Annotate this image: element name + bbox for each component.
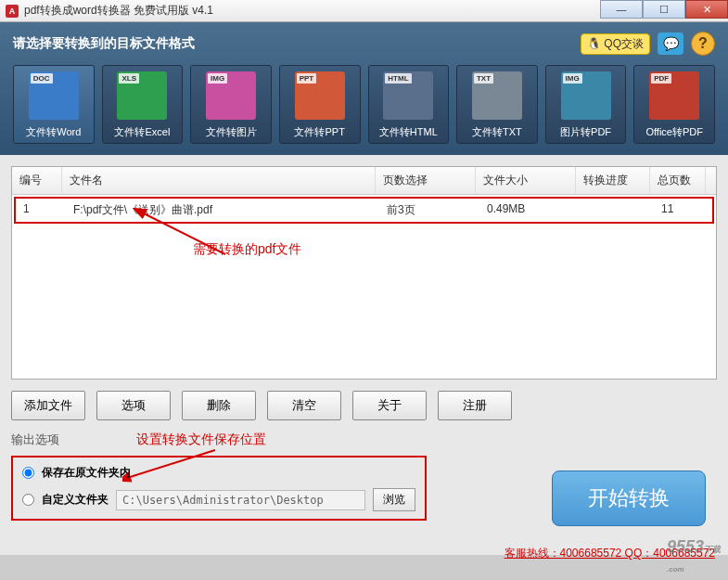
format-tile-6[interactable]: IMG图片转PDF [545,65,627,144]
qq-chat-button[interactable]: 🐧QQ交谈 [581,33,650,55]
th-pages: 页数选择 [376,167,476,194]
th-progress: 转换进度 [576,167,650,194]
format-tile-7[interactable]: PDFOffice转PDF [633,65,715,144]
format-tile-0[interactable]: DOC文件转Word [13,65,95,144]
file-table: 编号 文件名 页数选择 文件大小 转换进度 总页数 1 F:\pdf文件\《送别… [11,166,717,380]
tile-label: 文件转Excel [107,125,179,139]
tile-label: 文件转PPT [284,125,356,139]
close-button[interactable]: ✕ [685,0,728,19]
td-num: 1 [16,199,66,222]
th-name: 文件名 [62,167,376,194]
radio-same-folder[interactable]: 保存在原文件夹内 [22,465,415,481]
qq-icon: 🐧 [587,37,601,50]
maximize-button[interactable]: ☐ [643,0,685,19]
window-controls: — ☐ ✕ [600,0,728,19]
titlebar: A pdf转换成word转换器 免费试用版 v4.1 — ☐ ✕ [0,0,728,22]
td-size: 0.49MB [479,199,580,222]
watermark: 9553下载.com [667,537,721,576]
chat-icon[interactable]: 💬 [658,32,683,55]
table-row[interactable]: 1 F:\pdf文件\《送别》曲谱.pdf 前3页 0.49MB 11 [14,197,714,224]
annotation-output-note: 设置转换文件保存位置 [136,432,266,446]
td-progress [580,199,654,222]
path-input[interactable] [116,490,365,510]
add-file-button[interactable]: 添加文件 [11,391,85,420]
minimize-button[interactable]: — [600,0,643,19]
output-box: 保存在原文件夹内 自定义文件夹 浏览 [11,456,427,521]
tile-icon: PPT [295,71,345,120]
app-window: A pdf转换成word转换器 免费试用版 v4.1 — ☐ ✕ 请选择要转换到… [0,0,728,580]
tile-icon: XLS [117,71,167,120]
format-tile-5[interactable]: TXT文件转TXT [456,65,538,144]
td-name: F:\pdf文件\《送别》曲谱.pdf [66,199,379,222]
format-tile-4[interactable]: HTML文件转HTML [368,65,450,144]
td-pages: 前3页 [379,199,479,222]
radio-custom-folder[interactable]: 自定义文件夹 浏览 [22,488,415,511]
tile-label: 图片转PDF [550,125,622,139]
annotation-file-note: 需要转换的pdf文件 [193,241,301,258]
header-prompt: 请选择要转换到的目标文件格式 [13,35,195,52]
format-tile-3[interactable]: PPT文件转PPT [279,65,361,144]
about-button[interactable]: 关于 [352,391,427,420]
radio-same-label: 保存在原文件夹内 [42,465,131,481]
options-button[interactable]: 选项 [96,391,171,420]
td-total: 11 [654,199,709,222]
tile-label: Office转PDF [638,125,710,139]
window-title: pdf转换成word转换器 免费试用版 v4.1 [24,3,213,19]
radio-same-input[interactable] [22,467,34,479]
tile-label: 文件转TXT [461,125,533,139]
tile-icon: IMG [561,71,611,120]
start-convert-button[interactable]: 开始转换 [552,470,706,526]
tile-label: 文件转HTML [373,125,445,139]
radio-custom-input[interactable] [22,494,34,506]
th-size: 文件大小 [476,167,576,194]
register-button[interactable]: 注册 [438,391,512,420]
output-title: 输出选项 [11,432,59,448]
format-tile-1[interactable]: XLS文件转Excel [102,65,184,144]
format-tile-2[interactable]: IMG文件转图片 [190,65,272,144]
clear-button[interactable]: 清空 [267,391,341,420]
help-icon[interactable]: ? [691,32,715,56]
tile-icon: HTML [383,71,433,120]
button-row: 添加文件 选项 删除 清空 关于 注册 [11,391,717,420]
tile-icon: TXT [472,71,522,120]
tile-icon: IMG [206,71,256,120]
header-section: 请选择要转换到的目标文件格式 🐧QQ交谈 💬 ? DOC文件转WordXLS文件… [0,22,728,155]
main-area: 编号 文件名 页数选择 文件大小 转换进度 总页数 1 F:\pdf文件\《送别… [0,155,728,555]
radio-custom-label: 自定义文件夹 [42,492,109,508]
th-total: 总页数 [650,167,706,194]
app-icon: A [6,5,19,18]
tile-icon: PDF [649,71,699,120]
tile-label: 文件转Word [18,125,90,139]
format-tiles: DOC文件转WordXLS文件转ExcelIMG文件转图片PPT文件转PPTHT… [13,65,715,144]
delete-button[interactable]: 删除 [182,391,256,420]
th-num: 编号 [12,167,62,194]
tile-label: 文件转图片 [195,125,267,139]
browse-button[interactable]: 浏览 [373,488,415,511]
tile-icon: DOC [29,71,79,120]
table-header: 编号 文件名 页数选择 文件大小 转换进度 总页数 [12,167,716,195]
